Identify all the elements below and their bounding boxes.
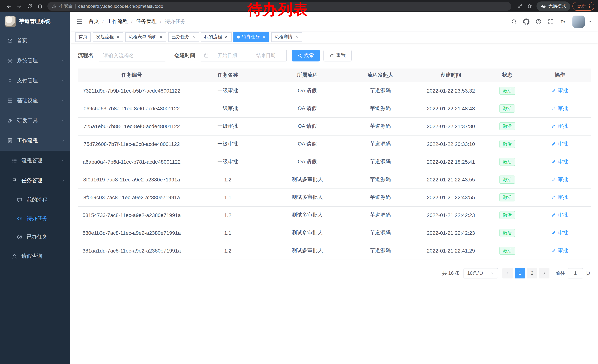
sidebar-item-home[interactable]: 首页 xyxy=(0,31,70,51)
action-cell: 审批 xyxy=(529,117,590,135)
menu-label: 任务管理 xyxy=(22,177,42,184)
fullscreen-icon[interactable] xyxy=(546,17,555,26)
search-icon[interactable] xyxy=(509,17,519,26)
tab-item-1[interactable]: 发起流程 xyxy=(93,32,123,42)
end-date-placeholder[interactable]: 结束日期 xyxy=(249,52,283,59)
breadcrumb-item[interactable]: 任务管理 xyxy=(136,18,157,25)
process-cell: 测试多审批人 xyxy=(270,188,344,206)
status-cell: 激活 xyxy=(485,100,529,117)
search-button[interactable]: 搜索 xyxy=(291,50,320,61)
menu-label: 支付管理 xyxy=(17,77,38,84)
sidebar-item-leave-query[interactable]: 请假查询 xyxy=(0,246,70,266)
search-button-label: 搜索 xyxy=(304,52,314,59)
menu-label: 我的流程 xyxy=(27,197,47,203)
close-icon[interactable] xyxy=(159,35,163,39)
browser-home-button[interactable] xyxy=(35,1,45,11)
tab-item-5[interactable]: 待办任务 xyxy=(233,32,269,42)
address-bar[interactable]: 不安全 dashboard.yudao.iocoder.cn/bpm/task/… xyxy=(47,2,511,11)
breadcrumb-item[interactable]: 工作流程 xyxy=(107,18,128,25)
sidebar-item-system-mgmt[interactable]: 系统管理 xyxy=(0,51,70,71)
table-row: 75d72608-7b7f-11ec-a3c8-acde48001122一级审批… xyxy=(78,135,590,153)
goto-unit: 页 xyxy=(586,270,590,276)
url-text[interactable]: dashboard.yudao.iocoder.cn/bpm/task/todo xyxy=(78,4,163,9)
approve-link[interactable]: 审批 xyxy=(551,212,568,218)
infra-icon xyxy=(7,98,13,104)
list-icon xyxy=(11,158,17,164)
task-name-cell: 1.1 xyxy=(185,224,270,242)
update-chip[interactable]: 更新 xyxy=(573,2,594,11)
task-id-cell: a6aba0a4-7b6d-11ec-b781-acde48001122 xyxy=(78,153,185,171)
not-secure-label[interactable]: 不安全 xyxy=(59,3,73,9)
task-id-cell: 580e1b3d-7ac8-11ec-a9e2-a2380e71991a xyxy=(78,224,185,242)
avatar-caret-icon[interactable] xyxy=(588,19,592,24)
action-cell: 审批 xyxy=(529,206,590,224)
approve-link[interactable]: 审批 xyxy=(551,123,568,129)
sidebar-item-todo-tasks[interactable]: 待办任务 xyxy=(0,209,70,228)
approve-link[interactable]: 审批 xyxy=(551,194,568,201)
approve-link[interactable]: 审批 xyxy=(551,141,568,147)
approve-link[interactable]: 审批 xyxy=(551,247,568,254)
reset-button[interactable]: 重置 xyxy=(324,50,352,61)
screenshot-root: 不安全 dashboard.yudao.iocoder.cn/bpm/task/… xyxy=(0,0,598,364)
close-icon[interactable] xyxy=(191,35,196,39)
page-button-2[interactable]: 2 xyxy=(527,268,537,278)
browser-forward-button[interactable] xyxy=(14,1,25,11)
sidebar-item-dev-tools[interactable]: 研发工具 xyxy=(0,111,70,131)
approve-link[interactable]: 审批 xyxy=(551,159,568,165)
close-icon[interactable] xyxy=(295,35,299,39)
edit-icon xyxy=(551,106,556,111)
sidebar-toggle-icon[interactable] xyxy=(76,18,83,25)
browser-back-button[interactable] xyxy=(4,1,14,11)
breadcrumb-item[interactable]: 首页 xyxy=(89,18,99,25)
font-size-icon[interactable]: TT xyxy=(558,17,568,26)
approve-link[interactable]: 审批 xyxy=(551,176,568,183)
breadcrumb-item: 待办任务 xyxy=(165,18,185,25)
github-icon[interactable] xyxy=(521,17,531,26)
tab-item-4[interactable]: 我的流程 xyxy=(201,32,232,42)
sidebar-item-task-mgmt[interactable]: 任务管理 xyxy=(0,171,70,191)
status-cell: 激活 xyxy=(485,171,529,188)
process-name-input[interactable] xyxy=(98,50,166,61)
approve-link[interactable]: 审批 xyxy=(551,105,568,112)
page-button-1[interactable]: 1 xyxy=(515,268,525,278)
sidebar-item-process-mgmt[interactable]: 流程管理 xyxy=(0,151,70,171)
goto-page-input[interactable] xyxy=(568,268,583,278)
sidebar-item-infrastructure[interactable]: 基础设施 xyxy=(0,91,70,111)
browser-reload-button[interactable] xyxy=(25,1,35,11)
status-cell: 激活 xyxy=(485,82,529,100)
next-page-button[interactable] xyxy=(539,268,549,278)
menu-dots-icon[interactable] xyxy=(587,4,592,9)
close-icon[interactable] xyxy=(224,35,228,39)
action-cell: 审批 xyxy=(529,82,590,100)
help-icon[interactable] xyxy=(533,17,543,26)
chevron-down-icon xyxy=(61,119,65,123)
process-cell: 测试多审批人 xyxy=(270,242,344,259)
column-header: 流程发起人 xyxy=(344,68,416,82)
edit-icon xyxy=(551,195,556,200)
sidebar-item-my-process[interactable]: 我的流程 xyxy=(0,191,70,209)
incognito-badge[interactable]: 无痕模式 xyxy=(537,1,570,11)
status-badge: 激活 xyxy=(499,105,515,113)
status-badge: 激活 xyxy=(499,229,515,237)
page-size-select[interactable]: 10条/页 xyxy=(464,268,498,278)
tab-item-0[interactable]: 首页 xyxy=(75,32,91,42)
sidebar-item-done-tasks[interactable]: 已办任务 xyxy=(0,228,70,246)
date-range-picker[interactable]: 开始日期 - 结束日期 xyxy=(200,50,287,61)
star-icon[interactable] xyxy=(525,1,534,11)
key-icon[interactable] xyxy=(515,1,525,11)
tab-item-6[interactable]: 流程详情 xyxy=(271,32,302,42)
sidebar-item-payment-mgmt[interactable]: 支付管理 xyxy=(0,71,70,91)
approve-link[interactable]: 审批 xyxy=(551,87,568,94)
avatar[interactable] xyxy=(573,15,585,28)
approve-link[interactable]: 审批 xyxy=(551,230,568,236)
breadcrumb-separator: / xyxy=(131,18,133,24)
close-icon[interactable] xyxy=(262,35,266,39)
chat-icon xyxy=(17,197,23,203)
close-icon[interactable] xyxy=(116,35,120,39)
start-date-placeholder[interactable]: 开始日期 xyxy=(210,52,244,59)
tab-item-2[interactable]: 流程表单-编辑 xyxy=(125,32,166,42)
tab-item-3[interactable]: 已办任务 xyxy=(168,32,199,42)
prev-page-button[interactable] xyxy=(502,268,513,278)
sidebar-item-workflow[interactable]: 工作流程 xyxy=(0,131,70,151)
not-secure-icon[interactable] xyxy=(52,4,57,8)
